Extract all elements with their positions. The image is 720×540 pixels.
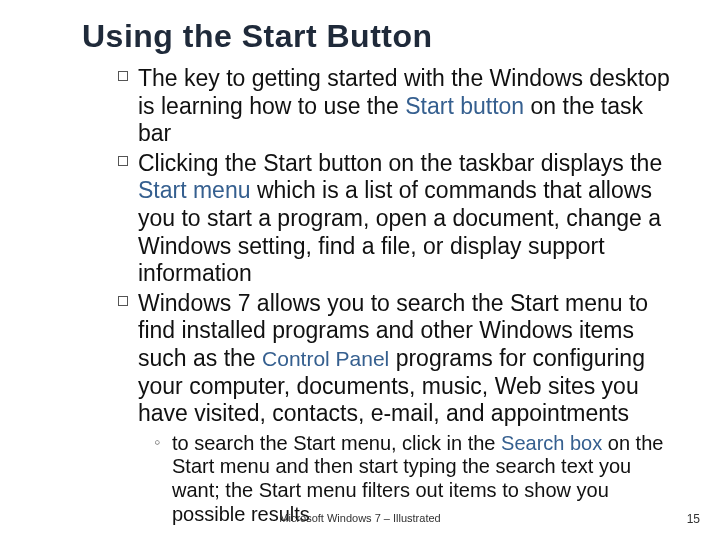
bullet-3: Windows 7 allows you to search the Start… (118, 290, 672, 526)
sub-bullet-1-text-pre: to search the Start menu, click in the (172, 432, 501, 454)
bullet-1: The key to getting started with the Wind… (118, 65, 672, 148)
bullet-list: The key to getting started with the Wind… (118, 65, 672, 526)
sub-bullet-1-term: Search box (501, 432, 602, 454)
slide-title: Using the Start Button (82, 18, 672, 55)
bullet-1-term: Start button (405, 93, 524, 119)
bullet-2-text-pre: Clicking the Start button on the taskbar… (138, 150, 662, 176)
slide: Using the Start Button The key to gettin… (0, 0, 720, 540)
bullet-3-term: Control Panel (262, 347, 389, 370)
page-number: 15 (687, 512, 700, 526)
bullet-2-term: Start menu (138, 177, 251, 203)
bullet-2: Clicking the Start button on the taskbar… (118, 150, 672, 288)
footer-text: Microsoft Windows 7 – Illustrated (0, 512, 720, 524)
